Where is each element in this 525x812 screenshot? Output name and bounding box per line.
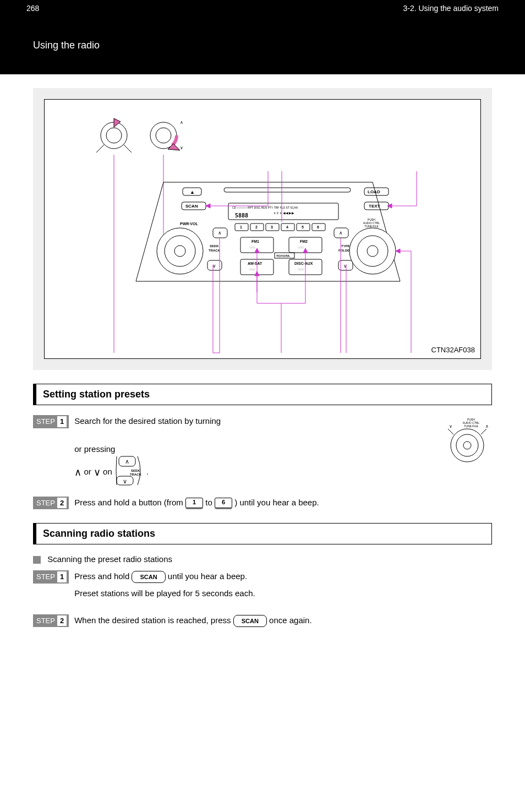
svg-text:PWR·VOL: PWR·VOL — [180, 222, 198, 226]
seek-track-icon: ∧ SEEK TRACK ∨ — [116, 455, 143, 490]
power-knob-icon — [96, 118, 132, 152]
svg-text:FM2: FM2 — [300, 239, 308, 243]
svg-point-67 — [349, 228, 396, 274]
step-badge: STEP2 — [33, 497, 69, 510]
svg-text:∧: ∧ — [218, 230, 222, 236]
step-badge: STEP1 — [33, 415, 69, 428]
tune-knob-icon: PUSH AUDIO CTRL TUNE·FILE ∨ ∧ — [442, 415, 492, 468]
svg-text:2: 2 — [255, 225, 258, 229]
page-title-banner: Using the radio — [0, 17, 525, 74]
svg-text:▲: ▲ — [190, 189, 195, 195]
svg-text:FM1: FM1 — [251, 239, 259, 243]
svg-point-103 — [456, 434, 478, 456]
svg-text:∨: ∨ — [449, 424, 452, 429]
svg-text:SEEK: SEEK — [210, 244, 219, 248]
svg-text:TEXT: TEXT — [369, 204, 380, 209]
scan-step-2: STEP2 When the desired station is reache… — [33, 614, 492, 628]
preset-6-button-icon: 6 — [215, 498, 232, 508]
svg-text:∧: ∧ — [339, 230, 343, 236]
svg-marker-92 — [255, 271, 259, 276]
volume-knob-icon: ∧ ∨ — [150, 120, 183, 150]
svg-rect-9 — [224, 188, 351, 192]
section-setting-presets: Setting station presets — [33, 384, 492, 405]
radio-diagram: ∧ ∨ ▲ LOAD SCAN — [44, 99, 481, 359]
svg-text:4: 4 — [286, 225, 288, 229]
text: . — [146, 467, 149, 476]
svg-point-3 — [156, 128, 171, 143]
radio-diagram-box: ∧ ∨ ▲ LOAD SCAN — [33, 88, 492, 370]
text: on — [103, 467, 112, 476]
svg-text:∨: ∨ — [343, 263, 347, 269]
svg-text:5888: 5888 — [235, 212, 248, 219]
svg-text:SCAN: SCAN — [185, 204, 198, 209]
svg-text:::::::::: :::::::: — [298, 268, 304, 271]
svg-text:∨  ≡  ∧      ◀◀    ▶▶: ∨ ≡ ∧ ◀◀ ▶▶ — [274, 211, 294, 215]
svg-text:DISC·AUX: DISC·AUX — [294, 261, 313, 265]
svg-text:6: 6 — [317, 225, 319, 229]
text: When the desired station is reached, pre… — [74, 615, 231, 625]
svg-marker-71 — [206, 204, 210, 208]
page-header-strip: 268 3-2. Using the audio system — [0, 0, 525, 17]
step-badge: STEP1 — [33, 570, 69, 584]
svg-point-64 — [157, 228, 203, 274]
svg-text:AM·SAT: AM·SAT — [248, 261, 262, 265]
step-badge: STEP2 — [33, 614, 69, 628]
breadcrumb: 3-2. Using the audio system — [403, 4, 499, 13]
svg-text:TYPE: TYPE — [341, 244, 350, 248]
section-scanning: Scanning radio stations — [33, 523, 492, 544]
svg-text:::::::::: :::::::: — [298, 246, 304, 249]
svg-text:::::::::: :::::::: — [249, 268, 255, 271]
svg-text:∧: ∧ — [125, 458, 129, 465]
svg-text:5: 5 — [302, 225, 304, 229]
text: once again. — [269, 615, 312, 625]
text: until you hear a beep. — [168, 571, 247, 581]
bullet-square-icon — [33, 556, 41, 564]
scan-preset-subheading: Scanning the preset radio stations — [33, 554, 492, 564]
svg-marker-83 — [387, 204, 392, 208]
text: Scanning the preset radio stations — [47, 554, 172, 564]
svg-text:LOAD: LOAD — [368, 189, 380, 194]
svg-text:::::::::: :::::::: — [249, 246, 255, 249]
svg-text:∨: ∨ — [123, 478, 127, 484]
svg-text:TOYOTA: TOYOTA — [276, 254, 290, 258]
svg-text:TUNE·FILE: TUNE·FILE — [364, 225, 379, 228]
scan-step-1: STEP1 Press and hold SCAN until you hear… — [33, 570, 492, 608]
scan-button-icon: SCAN — [233, 615, 267, 628]
text: or pressing — [74, 443, 437, 456]
svg-text:3: 3 — [271, 225, 273, 229]
svg-point-104 — [463, 442, 471, 449]
text: to — [205, 498, 212, 507]
text: ) until you hear a beep. — [234, 498, 319, 507]
svg-marker-90 — [255, 248, 259, 253]
svg-text:SEEK: SEEK — [131, 469, 140, 472]
svg-text:TRACK: TRACK — [209, 249, 221, 252]
page-title: Using the radio — [33, 40, 100, 51]
text: Preset stations will be played for 5 sec… — [74, 587, 492, 600]
svg-point-1 — [106, 128, 122, 143]
svg-text:∧: ∧ — [180, 120, 183, 125]
svg-text:TUNE·FILE: TUNE·FILE — [464, 424, 478, 428]
svg-text:∧: ∧ — [485, 424, 489, 429]
svg-text:1: 1 — [240, 225, 242, 229]
text: Press and hold a button (from — [74, 498, 183, 507]
text: Press and hold — [74, 571, 129, 581]
text: Search for the desired station by turnin… — [74, 416, 221, 426]
svg-point-102 — [451, 429, 484, 462]
svg-text:CD ○○○○○○  RPT DISC  RDS  PTY : CD ○○○○○○ RPT DISC RDS PTY TRF FLD ST SC… — [232, 206, 298, 209]
svg-text:∨: ∨ — [180, 145, 183, 150]
page-number: 268 — [26, 4, 39, 13]
preset-step-1: STEP1 Search for the desired station by … — [33, 415, 492, 490]
svg-marker-81 — [396, 249, 400, 253]
scan-button-icon: SCAN — [132, 571, 165, 584]
preset-step-2: STEP2 Press and hold a button (from 1 to… — [33, 497, 492, 510]
svg-marker-91 — [303, 248, 308, 253]
preset-1-button-icon: 1 — [185, 498, 203, 508]
diagram-code: CTN32AF038 — [431, 346, 475, 354]
text: or — [84, 467, 91, 476]
